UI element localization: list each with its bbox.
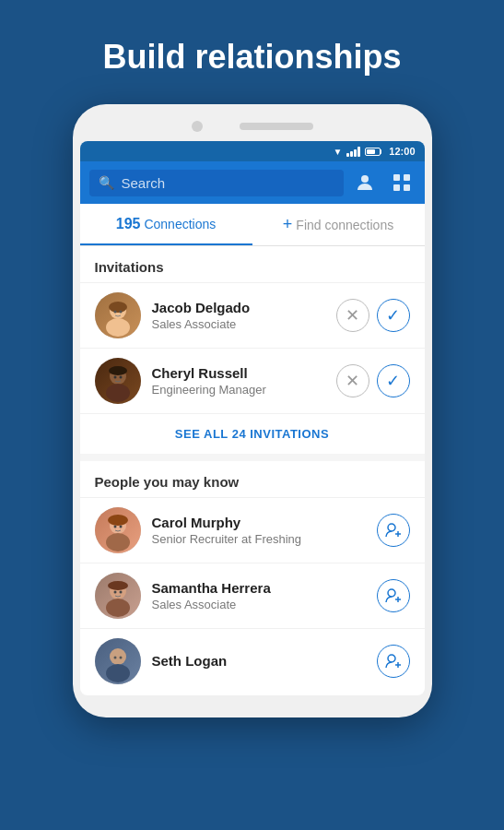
svg-point-39	[119, 657, 122, 659]
connections-count: 195	[116, 216, 141, 232]
person-name-jacob: Jacob Delgado	[152, 300, 325, 315]
status-time: 12:00	[389, 146, 415, 157]
add-person-icon	[384, 521, 403, 540]
svg-point-30	[113, 591, 116, 594]
add-person-icon-samantha	[384, 587, 403, 605]
svg-rect-1	[393, 174, 400, 181]
search-input-wrapper[interactable]: 🔍 Search	[89, 170, 344, 196]
svg-point-9	[113, 311, 116, 314]
accept-button-jacob[interactable]: ✓	[377, 299, 410, 332]
person-name-seth: Seth Logan	[152, 653, 366, 669]
find-connections-label: Find connections	[296, 218, 393, 232]
connections-label: Connections	[144, 217, 216, 231]
svg-point-29	[108, 581, 128, 590]
person-info-carol: Carol Murphy Senior Recruiter at Freshin…	[152, 515, 366, 546]
grid-icon-button[interactable]	[388, 169, 416, 196]
plus-icon: +	[283, 215, 293, 234]
connect-button-seth[interactable]	[377, 645, 410, 678]
tab-connections[interactable]: 195 Connections	[80, 204, 252, 245]
svg-point-28	[106, 599, 130, 617]
svg-point-15	[113, 376, 116, 379]
person-info-seth: Seth Logan	[152, 653, 366, 670]
profile-icon	[354, 172, 376, 194]
svg-point-20	[108, 515, 128, 526]
person-title-cheryl: Engineering Manager	[152, 383, 325, 397]
connect-button-carol[interactable]	[377, 514, 410, 547]
svg-point-21	[113, 526, 116, 528]
person-info-cheryl: Cheryl Russell Engineering Manager	[152, 365, 325, 397]
tab-bar: 195 Connections + Find connections	[80, 204, 425, 246]
svg-point-16	[119, 376, 122, 379]
search-actions	[351, 169, 416, 196]
invitation-row: Jacob Delgado Sales Associate ✕ ✓	[80, 282, 425, 348]
svg-point-40	[388, 655, 395, 662]
may-know-row-samantha: Samantha Herrera Sales Associate	[80, 563, 425, 628]
see-all-invitations-button[interactable]: SEE ALL 24 INVITATIONS	[80, 413, 425, 454]
person-name-cheryl: Cheryl Russell	[152, 365, 325, 381]
svg-point-37	[106, 664, 130, 682]
svg-point-36	[110, 648, 126, 665]
tab-find-connections[interactable]: + Find connections	[252, 204, 425, 245]
may-know-row-seth: Seth Logan	[80, 628, 425, 688]
person-name-samantha: Samantha Herrera	[152, 580, 366, 596]
phone-screen: ▼ 12:00 🔍	[80, 141, 425, 695]
person-info-jacob: Jacob Delgado Sales Associate	[152, 300, 325, 331]
svg-point-13	[106, 384, 130, 402]
phone-speaker	[240, 123, 313, 130]
svg-point-7	[106, 318, 130, 337]
avatar-seth	[95, 638, 141, 684]
svg-point-38	[113, 657, 116, 659]
svg-point-23	[388, 524, 395, 531]
search-placeholder: Search	[122, 175, 166, 191]
search-icon: 🔍	[99, 175, 114, 190]
people-you-may-know-header: People you may know	[80, 461, 425, 497]
svg-point-31	[119, 591, 122, 594]
avatar-carol	[95, 507, 141, 553]
status-icons: ▼ 12:00	[333, 146, 415, 157]
invitations-section: Invitations	[80, 246, 425, 454]
invitations-header: Invitations	[80, 246, 425, 282]
invitation-row-cheryl: Cheryl Russell Engineering Manager ✕ ✓	[80, 348, 425, 413]
person-title-jacob: Sales Associate	[152, 317, 325, 331]
content-area: Invitations	[80, 246, 425, 688]
decline-button-jacob[interactable]: ✕	[336, 299, 369, 332]
svg-rect-4	[404, 184, 410, 191]
svg-point-32	[388, 589, 395, 597]
svg-point-8	[109, 302, 127, 313]
person-name-carol: Carol Murphy	[152, 515, 366, 530]
svg-point-10	[119, 311, 122, 314]
accept-button-cheryl[interactable]: ✓	[377, 364, 410, 397]
svg-point-19	[106, 533, 130, 551]
status-bar: ▼ 12:00	[80, 141, 425, 161]
may-know-row-carol: Carol Murphy Senior Recruiter at Freshin…	[80, 497, 425, 563]
see-all-label: SEE ALL 24 INVITATIONS	[175, 427, 329, 441]
search-bar: 🔍 Search	[80, 161, 425, 204]
avatar-jacob	[95, 292, 141, 338]
svg-point-0	[361, 175, 369, 183]
page-title: Build relationships	[102, 37, 401, 77]
avatar-samantha	[95, 573, 141, 619]
person-title-samantha: Sales Associate	[152, 598, 366, 611]
action-buttons-jacob: ✕ ✓	[336, 299, 410, 332]
person-title-carol: Senior Recruiter at Freshing	[152, 532, 366, 546]
battery-icon	[365, 148, 381, 156]
svg-rect-3	[393, 184, 400, 191]
avatar-cheryl	[95, 358, 141, 404]
person-info-samantha: Samantha Herrera Sales Associate	[152, 580, 366, 611]
phone-top-bar	[80, 121, 425, 132]
phone-device: ▼ 12:00 🔍	[73, 104, 432, 717]
signal-icon	[346, 147, 360, 157]
action-buttons-cheryl: ✕ ✓	[336, 364, 410, 397]
profile-icon-button[interactable]	[351, 169, 379, 196]
svg-rect-2	[404, 174, 410, 181]
connect-button-samantha[interactable]	[377, 579, 410, 612]
decline-button-cheryl[interactable]: ✕	[336, 364, 369, 397]
phone-camera	[192, 121, 203, 132]
wifi-icon: ▼	[333, 147, 342, 157]
svg-point-14	[109, 366, 127, 375]
add-person-icon-seth	[384, 652, 403, 670]
grid-icon	[392, 172, 412, 193]
people-you-may-know-section: People you may know	[80, 461, 425, 688]
svg-point-22	[119, 526, 122, 528]
